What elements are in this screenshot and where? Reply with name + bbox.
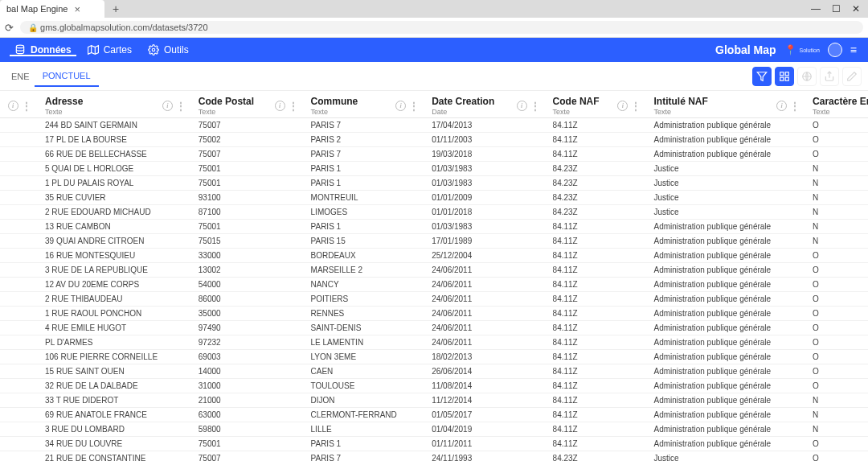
nav-outils[interactable]: Outils <box>140 44 197 56</box>
table-row[interactable]: 3 RUE DU LOMBARD59800LILLE01/04/201984.1… <box>0 422 868 437</box>
minimize-button[interactable]: — <box>811 3 821 14</box>
cell-intitule: Administration publique générale <box>647 364 806 379</box>
table-row[interactable]: 244 BD SAINT GERMAIN75007PARIS 717/04/20… <box>0 118 868 133</box>
table-row[interactable]: 39 QUAI ANDRE CITROEN75015PARIS 1517/01/… <box>0 234 868 249</box>
cell-employeur: O <box>806 307 868 321</box>
table-row[interactable]: 1 PL DU PALAIS ROYAL75001PARIS 101/03/19… <box>0 176 868 191</box>
info-icon[interactable]: i <box>617 101 628 111</box>
data-table-wrap[interactable]: i ⋮ AdresseTextei⋮Code PostalTextei⋮Comm… <box>0 91 868 461</box>
cell-adresse: 17 PL DE LA BOURSE <box>39 133 192 147</box>
cell-commune: TOULOUSE <box>305 379 426 393</box>
table-row[interactable]: 4 RUE EMILE HUGOT97490SAINT-DENIS24/06/2… <box>0 321 868 335</box>
cell-employeur: N <box>806 422 868 437</box>
table-row[interactable]: 12 AV DU 20EME CORPS54000NANCY24/06/2011… <box>0 278 868 292</box>
cell-naf: 84.11Z <box>547 321 648 335</box>
cell-naf: 84.11Z <box>547 350 648 364</box>
cell-employeur: N <box>806 191 868 205</box>
more-icon[interactable]: ⋮ <box>289 101 298 111</box>
close-button[interactable]: ✕ <box>852 3 860 14</box>
cell-intitule: Administration publique générale <box>647 147 806 162</box>
table-row[interactable]: 3 RUE DE LA REPUBLIQUE13002MARSEILLE 224… <box>0 263 868 278</box>
table-row[interactable]: PL D'ARMES97232LE LAMENTIN24/06/201184.1… <box>0 335 868 350</box>
column-header[interactable]: Code PostalTextei⋮ <box>192 91 305 118</box>
info-icon[interactable]: i <box>162 101 173 111</box>
column-header[interactable]: Date CreationDatei⋮ <box>425 91 546 118</box>
close-icon[interactable]: × <box>74 3 80 15</box>
nav-cartes[interactable]: Cartes <box>80 44 140 56</box>
cell-adresse: 244 BD SAINT GERMAIN <box>39 118 192 133</box>
cell-employeur: O <box>806 249 868 263</box>
table-row[interactable]: 33 T RUE DIDEROT21000DIJON11/12/201484.1… <box>0 393 868 408</box>
more-icon[interactable]: ⋮ <box>530 101 540 111</box>
table-row[interactable]: 16 RUE MONTESQUIEU33000BORDEAUX25/12/200… <box>0 249 868 263</box>
column-header[interactable]: AdresseTextei⋮ <box>39 91 192 118</box>
table-row[interactable]: 32 RUE DE LA DALBADE31000TOULOUSE11/08/2… <box>0 379 868 393</box>
filter-button[interactable] <box>752 67 772 86</box>
column-header[interactable]: Caractère EmployeuTextei⋮ <box>806 91 868 118</box>
info-icon[interactable]: i <box>275 101 285 111</box>
table-row[interactable]: 15 RUE SAINT OUEN14000CAEN26/06/201484.1… <box>0 364 868 379</box>
filter-ponctuel[interactable]: PONCTUEL <box>35 66 99 87</box>
maximize-button[interactable]: ☐ <box>832 3 841 14</box>
cell-commune: POITIERS <box>305 292 426 307</box>
browser-tab[interactable]: bal Map Engine × <box>0 0 104 18</box>
cell-cp: 75007 <box>192 118 305 133</box>
reload-icon[interactable]: ⟳ <box>5 22 14 34</box>
cell-cp: 75001 <box>192 437 305 451</box>
avatar[interactable] <box>828 43 842 57</box>
svg-rect-6 <box>780 72 784 75</box>
url-field[interactable]: 🔒 gms.globalmapsolution.com/datasets/372… <box>20 21 863 34</box>
more-icon[interactable]: ⋮ <box>409 101 419 111</box>
more-icon[interactable]: ⋮ <box>22 101 31 111</box>
table-row[interactable]: 35 RUE CUVIER93100MONTREUIL01/01/200984.… <box>0 191 868 205</box>
filter-row: ENE PONCTUEL <box>0 62 868 91</box>
info-icon[interactable]: i <box>517 101 527 111</box>
new-tab-button[interactable]: + <box>104 2 127 15</box>
grid-view-button[interactable] <box>775 67 794 86</box>
column-header[interactable]: Code NAFTextei⋮ <box>547 91 648 118</box>
more-icon[interactable]: ⋮ <box>790 101 800 111</box>
globe-button[interactable] <box>797 67 817 86</box>
more-icon[interactable]: ⋮ <box>631 101 641 111</box>
table-row[interactable]: 69 RUE ANATOLE FRANCE63000CLERMONT-FERRA… <box>0 408 868 422</box>
cell-intitule: Administration publique générale <box>647 335 806 350</box>
more-icon[interactable]: ⋮ <box>176 101 186 111</box>
cell-intitule: Justice <box>647 451 806 462</box>
row-actions <box>0 133 39 147</box>
table-row[interactable]: 34 RUE DU LOUVRE75001PARIS 101/11/201184… <box>0 437 868 451</box>
table-row[interactable]: 17 PL DE LA BOURSE75002PARIS 201/11/2003… <box>0 133 868 147</box>
cell-intitule: Administration publique générale <box>647 350 806 364</box>
cell-intitule: Administration publique générale <box>647 278 806 292</box>
svg-marker-1 <box>88 46 98 55</box>
share-button[interactable] <box>820 67 839 86</box>
info-icon[interactable]: i <box>8 101 18 111</box>
cell-cp: 75007 <box>192 147 305 162</box>
table-row[interactable]: 5 QUAI DE L HORLOGE75001PARIS 101/03/198… <box>0 162 868 176</box>
table-row[interactable]: 2 RUE THIBAUDEAU86000POITIERS24/06/20118… <box>0 292 868 307</box>
cell-employeur: O <box>806 278 868 292</box>
row-actions <box>0 292 39 307</box>
info-icon[interactable]: i <box>395 101 406 111</box>
cell-date: 11/12/2014 <box>425 393 546 408</box>
filter-ene[interactable]: ENE <box>6 68 35 84</box>
table-row[interactable]: 1 RUE RAOUL PONCHON35000RENNES24/06/2011… <box>0 307 868 321</box>
cell-naf: 84.11Z <box>547 147 648 162</box>
table-row[interactable]: 21 RUE DE CONSTANTINE75007PARIS 724/11/1… <box>0 451 868 462</box>
edit-button[interactable] <box>842 67 862 86</box>
row-actions <box>0 278 39 292</box>
cell-employeur: O <box>806 147 868 162</box>
cell-intitule: Administration publique générale <box>647 220 806 234</box>
nav-donnees[interactable]: Données <box>6 44 80 56</box>
toolbar-actions <box>752 67 862 86</box>
column-header[interactable]: Intitulé NAFTextei⋮ <box>647 91 806 118</box>
column-header[interactable]: CommuneTextei⋮ <box>305 91 426 118</box>
cell-employeur: N <box>806 220 868 234</box>
table-row[interactable]: 66 RUE DE BELLECHASSE75007PARIS 719/03/2… <box>0 147 868 162</box>
table-row[interactable]: 2 RUE EDOUARD MICHAUD87100LIMOGES01/01/2… <box>0 205 868 220</box>
info-icon[interactable]: i <box>776 101 787 111</box>
cell-adresse: 4 RUE EMILE HUGOT <box>39 321 192 335</box>
table-row[interactable]: 106 RUE PIERRE CORNEILLE69003LYON 3EME18… <box>0 350 868 364</box>
row-actions <box>0 408 39 422</box>
menu-icon[interactable]: ≡ <box>850 43 857 56</box>
table-row[interactable]: 13 RUE CAMBON75001PARIS 101/03/198384.11… <box>0 220 868 234</box>
